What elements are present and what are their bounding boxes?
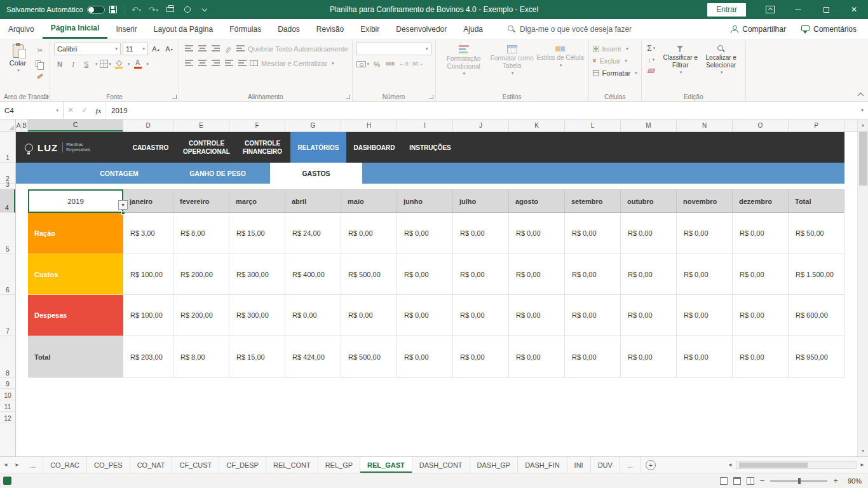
table-header-fevereiro[interactable]: fevereiro — [173, 189, 229, 213]
formula-input[interactable]: 2019 — [105, 102, 857, 119]
banner-item-dashboard[interactable]: DASHBOARD — [346, 132, 402, 163]
cell-despesas-dezembro[interactable]: R$ 0,00 — [733, 295, 789, 336]
font-color-dropdown-icon[interactable]: ▾ — [147, 62, 149, 67]
column-header-a[interactable]: A — [16, 119, 22, 132]
page-break-view-icon[interactable] — [747, 477, 754, 485]
font-color-button[interactable]: A — [132, 58, 144, 70]
scroll-down-icon[interactable]: ▼ — [858, 445, 868, 456]
name-box[interactable]: C4▾ — [0, 102, 64, 119]
cell-custos-marco[interactable]: R$ 300,00 — [229, 254, 285, 295]
bottom-align-button[interactable] — [210, 43, 221, 55]
cell-total-total[interactable]: R$ 950,00 — [789, 336, 844, 378]
sheet-tab-ellipsis-14[interactable]: ... — [620, 457, 641, 473]
sheet-tab-cf-cust[interactable]: CF_CUST — [172, 457, 219, 473]
fill-color-button[interactable] — [113, 58, 125, 70]
table-header-setembro[interactable]: setembro — [565, 189, 621, 213]
table-header-dezembro[interactable]: dezembro — [733, 189, 789, 213]
sheet-tab-ellipsis-0[interactable]: ... — [23, 457, 43, 473]
increase-font-size-button[interactable]: A▴ — [150, 43, 161, 55]
close-button[interactable]: ✕ — [840, 0, 868, 19]
cell-total-novembro[interactable]: R$ 0,00 — [677, 336, 733, 378]
sheet-tab-co-rac[interactable]: CO_RAC — [43, 457, 87, 473]
cell-racao-janeiro[interactable]: R$ 3,00 — [123, 213, 173, 254]
ribbon-tab-formulas[interactable]: Fórmulas — [221, 19, 269, 39]
cell-custos-janeiro[interactable]: R$ 100,00 — [123, 254, 173, 295]
row-header-4[interactable]: 4 — [0, 189, 15, 213]
comments-button[interactable]: Comentários — [795, 25, 863, 34]
sheet-nav-right-icon[interactable]: ► — [11, 457, 23, 473]
cell-custos-agosto[interactable]: R$ 0,00 — [509, 254, 565, 295]
cell-racao-fevereiro[interactable]: R$ 8,00 — [173, 213, 229, 254]
conditional-formatting-button[interactable]: Formatação Condicional ▾ — [440, 43, 488, 91]
increase-decimal-button[interactable]: ←.0 — [398, 58, 409, 70]
paste-button[interactable]: Colar ▾ — [4, 43, 32, 91]
cell-despesas-julho[interactable]: R$ 0,00 — [453, 295, 509, 336]
table-header-novembro[interactable]: novembro — [677, 189, 733, 213]
cell-custos-junho[interactable]: R$ 0,00 — [397, 254, 453, 295]
font-dialog-launcher-icon[interactable] — [172, 95, 177, 99]
sheet-tab-co-pes[interactable]: CO_PES — [87, 457, 130, 473]
column-header-c[interactable]: C — [28, 119, 123, 132]
clipboard-dialog-launcher-icon[interactable] — [43, 95, 48, 99]
cell-racao-maio[interactable]: R$ 0,00 — [341, 213, 397, 254]
cell-racao-agosto[interactable]: R$ 0,00 — [509, 213, 565, 254]
subtab-contagem[interactable]: CONTAGEM — [73, 163, 165, 184]
row-label-custos[interactable]: Custos — [28, 254, 123, 295]
accounting-format-button[interactable]: ▾ — [356, 58, 370, 70]
borders-button[interactable]: ▾ — [100, 58, 112, 70]
insert-cells-button[interactable]: Inserir▾ — [593, 43, 637, 55]
row-header-12[interactable]: 12 — [0, 412, 15, 423]
middle-align-button[interactable] — [196, 43, 208, 55]
column-header-p[interactable]: P — [789, 119, 844, 132]
banner-item-relatorios[interactable]: RELATÓRIOS — [290, 132, 346, 163]
ribbon-tab-pagina-inicial[interactable]: Página Inicial — [43, 19, 108, 39]
cell-despesas-maio[interactable]: R$ 0,00 — [341, 295, 397, 336]
collapse-ribbon-icon[interactable] — [858, 93, 864, 99]
bold-button[interactable]: N — [54, 58, 65, 70]
table-header-agosto[interactable]: agosto — [509, 189, 565, 213]
cell-custos-setembro[interactable]: R$ 0,00 — [565, 254, 621, 295]
underline-dropdown-icon[interactable]: ▾ — [95, 62, 98, 67]
autosave-toggle[interactable]: Salvamento Automático — [6, 6, 105, 14]
redo-button[interactable]: ↷▾ — [145, 0, 162, 19]
row-header-1[interactable]: 1 — [0, 132, 15, 163]
row-label-racao[interactable]: Ração — [28, 213, 123, 254]
cell-total-julho[interactable]: R$ 0,00 — [453, 336, 509, 378]
sheet-tab-duv[interactable]: DUV — [591, 457, 620, 473]
cell-custos-fevereiro[interactable]: R$ 200,00 — [173, 254, 229, 295]
format-as-table-button[interactable]: Formatar como Tabela ▾ — [488, 43, 536, 91]
table-header-outubro[interactable]: outubro — [621, 189, 677, 213]
column-header-n[interactable]: N — [677, 119, 733, 132]
ribbon-display-options-button[interactable] — [756, 0, 784, 19]
row-header-7[interactable]: 7 — [0, 295, 15, 336]
row-header-10[interactable]: 10 — [0, 389, 15, 400]
cell-styles-button[interactable]: Estilos de Célula ▾ — [536, 43, 585, 91]
alignment-dialog-launcher-icon[interactable] — [346, 95, 350, 99]
clear-button[interactable] — [646, 65, 657, 76]
cell-despesas-agosto[interactable]: R$ 0,00 — [509, 295, 565, 336]
table-header-marco[interactable]: março — [229, 189, 285, 213]
fill-button[interactable]: ↓▾ — [646, 54, 657, 65]
column-header-f[interactable]: F — [229, 119, 285, 132]
sign-in-button[interactable]: Entrar — [707, 3, 746, 17]
row-header-8[interactable]: 8 — [0, 336, 15, 378]
formula-bar-expand-icon[interactable]: ▾ — [857, 102, 868, 119]
column-header-k[interactable]: K — [509, 119, 565, 132]
vertical-scroll-thumb[interactable] — [859, 132, 867, 186]
cell-custos-total[interactable]: R$ 1.500,00 — [789, 254, 844, 295]
column-header-d[interactable]: D — [123, 119, 173, 132]
font-size-select[interactable]: 11▾ — [123, 43, 148, 55]
cell-total-janeiro[interactable]: R$ 203,00 — [123, 336, 173, 378]
sort-filter-button[interactable]: Classificar e Filtrar ▾ — [660, 43, 701, 91]
number-format-select[interactable]: ▾ — [356, 43, 431, 55]
find-select-button[interactable]: Localizar e Selecionar ▾ — [701, 43, 742, 91]
normal-view-icon[interactable] — [720, 477, 728, 485]
page-layout-view-icon[interactable] — [733, 477, 741, 485]
merge-center-button[interactable]: Mesclar e Centralizar▾ — [250, 57, 334, 69]
table-header-julho[interactable]: julho — [453, 189, 509, 213]
comma-style-button[interactable]: 000 — [384, 58, 396, 70]
table-header-janeiro[interactable]: janeiro — [123, 189, 173, 213]
row-header-9[interactable]: 9 — [0, 378, 15, 389]
insert-function-icon[interactable]: fx — [92, 102, 105, 119]
cut-button[interactable]: ✂ — [34, 44, 46, 57]
